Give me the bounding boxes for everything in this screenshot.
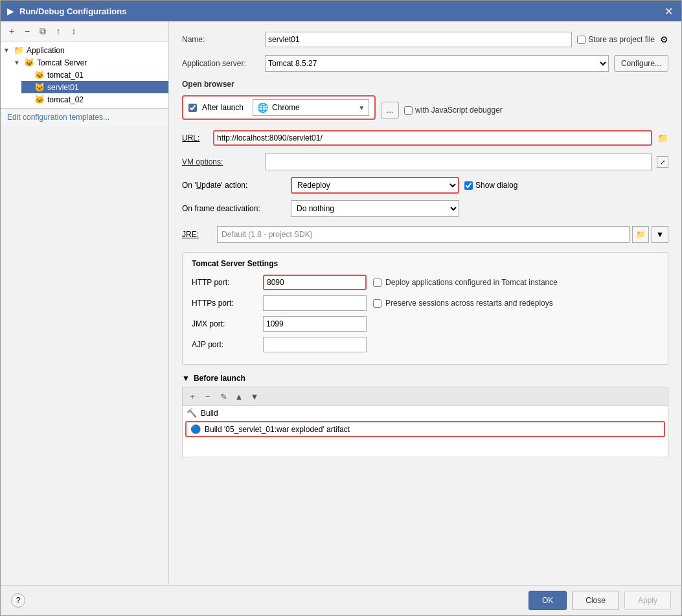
application-group-icon: 📁 bbox=[14, 45, 24, 55]
config-icon: 🐱 bbox=[34, 82, 45, 92]
on-frame-select[interactable]: Do nothing bbox=[291, 200, 459, 217]
bottom-bar: ? OK Close Apply bbox=[1, 585, 681, 615]
tomcat-settings-title: Tomcat Server Settings bbox=[192, 259, 659, 268]
close-button-bottom[interactable]: Close bbox=[572, 591, 619, 610]
bl-item-build[interactable]: 🔨 Build bbox=[183, 406, 668, 420]
deploy-apps-option: Deploy applications configured in Tomcat… bbox=[373, 278, 558, 287]
jre-label: JRE: bbox=[182, 230, 214, 239]
ok-button[interactable]: OK bbox=[529, 591, 567, 610]
app-server-row: Application server: Tomcat 8.5.27 Config… bbox=[182, 55, 668, 72]
sidebar-item-tomcat-server[interactable]: ▼ 🐱 Tomcat Server bbox=[11, 56, 168, 69]
before-launch-list: 🔨 Build 🔵 Build '05_servlet_01:war explo… bbox=[182, 405, 668, 457]
open-browser-section: Open browser After launch 🌐 Chrome ▼ ... bbox=[182, 80, 668, 146]
app-server-select[interactable]: Tomcat 8.5.27 bbox=[265, 55, 609, 72]
ajp-port-input[interactable] bbox=[263, 337, 367, 352]
bl-remove-button[interactable]: − bbox=[201, 389, 215, 404]
collapse-icon: ▼ bbox=[182, 374, 190, 383]
vm-options-input[interactable] bbox=[265, 154, 652, 170]
https-port-row: HTTPs port: Preserve sessions across res… bbox=[192, 295, 659, 311]
name-input[interactable] bbox=[265, 32, 572, 47]
before-launch-toolbar: + − ✎ ▲ ▼ bbox=[182, 387, 668, 405]
sidebar-item-tomcat-02[interactable]: 🐱 tomcat_02 bbox=[21, 93, 168, 106]
store-as-project-checkbox[interactable] bbox=[577, 36, 585, 44]
tomcat-group-icon: 🐱 bbox=[24, 58, 34, 67]
copy-config-button[interactable]: ⧉ bbox=[36, 24, 50, 38]
build-artifact-label: Build '05_servlet_01:war exploded' artif… bbox=[205, 425, 350, 434]
app-server-label: Application server: bbox=[182, 59, 260, 68]
after-launch-row: After launch 🌐 Chrome ▼ ... with JavaScr… bbox=[182, 95, 668, 125]
build-icon: 🔨 bbox=[187, 408, 197, 418]
http-port-label: HTTP port: bbox=[192, 278, 256, 287]
http-port-input[interactable] bbox=[263, 275, 367, 290]
on-update-label: On 'Update' action: bbox=[182, 181, 286, 190]
jre-row: JRE: 📁 ▼ bbox=[182, 226, 668, 243]
ellipsis-button[interactable]: ... bbox=[381, 102, 399, 119]
sidebar-item-label: tomcat_02 bbox=[47, 95, 84, 104]
show-dialog-checkbox[interactable] bbox=[464, 181, 473, 190]
preserve-sessions-option: Preserve sessions across restarts and re… bbox=[373, 299, 553, 308]
jmx-port-input[interactable] bbox=[263, 316, 367, 332]
url-input[interactable] bbox=[213, 130, 652, 146]
before-launch-header[interactable]: ▼ Before launch bbox=[182, 374, 668, 383]
deploy-apps-checkbox[interactable] bbox=[373, 279, 381, 287]
on-update-select[interactable]: Redeploy bbox=[291, 177, 459, 194]
browser-row: After launch 🌐 Chrome ▼ bbox=[182, 95, 376, 120]
ajp-port-row: AJP port: bbox=[192, 337, 659, 352]
jre-dropdown-button[interactable]: ▼ bbox=[652, 226, 668, 243]
content-area: + − ⧉ ↑ ↕ ▼ 📁 Application ▼ 🐱 bbox=[1, 21, 681, 585]
browser-dropdown[interactable]: 🌐 Chrome ▼ bbox=[253, 99, 369, 116]
arrow-icon: ▼ bbox=[14, 59, 24, 66]
apply-button[interactable]: Apply bbox=[624, 591, 671, 610]
browser-name: Chrome bbox=[272, 103, 300, 112]
sort-config-button[interactable]: ↕ bbox=[67, 24, 81, 38]
vm-options-row: VM options: ⤢ bbox=[182, 154, 668, 170]
arrow-icon: ▼ bbox=[3, 47, 14, 54]
dialog-title: Run/Debug Configurations bbox=[19, 6, 657, 16]
artifact-icon: 🔵 bbox=[190, 424, 201, 434]
bl-down-button[interactable]: ▼ bbox=[247, 389, 262, 404]
after-launch-checkbox[interactable] bbox=[188, 104, 197, 112]
bl-item-build-artifact[interactable]: 🔵 Build '05_servlet_01:war exploded' art… bbox=[185, 421, 665, 437]
store-as-project-label: Store as project file bbox=[577, 35, 655, 44]
tomcat-settings-box: Tomcat Server Settings HTTP port: Deploy… bbox=[182, 252, 668, 365]
preserve-sessions-checkbox[interactable] bbox=[373, 299, 381, 308]
remove-config-button[interactable]: − bbox=[20, 24, 34, 38]
edit-templates-link[interactable]: Edit configuration templates... bbox=[7, 113, 109, 122]
configure-button[interactable]: Configure... bbox=[614, 55, 668, 72]
vm-options-label: VM options: bbox=[182, 157, 260, 166]
dialog-icon: ▶ bbox=[7, 6, 14, 16]
jre-folder-button[interactable]: 📁 bbox=[632, 226, 649, 243]
build-label: Build bbox=[201, 409, 218, 418]
jmx-port-row: JMX port: bbox=[192, 316, 659, 332]
sidebar-item-application[interactable]: ▼ 📁 Application bbox=[1, 44, 168, 56]
name-label: Name: bbox=[182, 35, 260, 44]
sidebar-item-servlet01[interactable]: 🐱 servlet01 bbox=[21, 81, 168, 93]
main-form-panel: Name: Store as project file ⚙ Applicatio… bbox=[169, 21, 681, 585]
jmx-port-label: JMX port: bbox=[192, 319, 256, 328]
http-port-row: HTTP port: Deploy applications configure… bbox=[192, 275, 659, 290]
name-row: Name: Store as project file ⚙ bbox=[182, 32, 668, 47]
open-browser-title: Open browser bbox=[182, 80, 668, 89]
js-debugger-label: with JavaScript debugger bbox=[404, 106, 503, 115]
bl-add-button[interactable]: + bbox=[185, 389, 199, 404]
close-button[interactable]: ✕ bbox=[662, 5, 675, 17]
gear-icon[interactable]: ⚙ bbox=[660, 34, 668, 45]
add-config-button[interactable]: + bbox=[5, 24, 19, 38]
help-button[interactable]: ? bbox=[11, 593, 25, 608]
sidebar-item-tomcat-01[interactable]: 🐱 tomcat_01 bbox=[21, 69, 168, 81]
ajp-port-label: AJP port: bbox=[192, 340, 256, 349]
jre-input[interactable] bbox=[217, 226, 630, 243]
application-group: ▼ 🐱 Tomcat Server 🐱 tomcat_01 🐱 bbox=[1, 56, 168, 106]
sidebar-toolbar: + − ⧉ ↑ ↕ bbox=[1, 21, 168, 41]
move-config-button[interactable]: ↑ bbox=[51, 24, 65, 38]
expand-button[interactable]: ⤢ bbox=[657, 156, 668, 168]
sidebar-item-label: Tomcat Server bbox=[37, 58, 87, 67]
after-launch-label: After launch bbox=[202, 103, 244, 112]
bl-edit-button[interactable]: ✎ bbox=[216, 389, 231, 404]
folder-icon[interactable]: 📁 bbox=[657, 133, 668, 143]
js-debugger-checkbox[interactable] bbox=[404, 106, 413, 115]
before-launch-label: Before launch bbox=[194, 374, 245, 383]
config-tree: ▼ 📁 Application ▼ 🐱 Tomcat Server 🐱 bbox=[1, 41, 169, 108]
bl-up-button[interactable]: ▲ bbox=[232, 389, 246, 404]
https-port-input[interactable] bbox=[263, 295, 367, 311]
